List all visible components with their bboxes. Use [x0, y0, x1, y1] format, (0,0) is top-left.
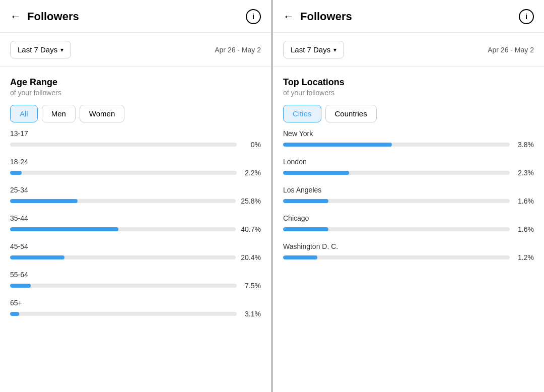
- right-header: ← Followers i: [273, 0, 544, 33]
- left-section-header: Age Range of your followers All Men Wome…: [0, 67, 271, 122]
- right-filter-row: Last 7 Days ▾ Apr 26 - May 2: [273, 33, 544, 67]
- left-bar-label: 65+: [10, 299, 261, 307]
- right-bar-fill: [283, 199, 328, 203]
- left-tab-men[interactable]: Men: [42, 105, 76, 122]
- right-bar-row: 2.3%: [283, 169, 534, 177]
- left-bar-fill: [10, 227, 118, 231]
- left-bar-track: [10, 227, 236, 231]
- left-bar-value: 2.2%: [242, 169, 261, 177]
- left-bar-row: 2.2%: [10, 169, 261, 177]
- right-back-button[interactable]: ←: [283, 10, 294, 23]
- right-bar-value: 1.6%: [515, 197, 534, 205]
- right-date-filter-button[interactable]: Last 7 Days ▾: [283, 41, 344, 58]
- right-section-subtitle: of your followers: [283, 89, 534, 97]
- left-chevron-icon: ▾: [60, 46, 63, 53]
- right-bar-value: 3.8%: [515, 141, 534, 149]
- left-bar-row: 40.7%: [10, 225, 261, 233]
- left-bar-value: 0%: [242, 141, 261, 149]
- left-bar-value: 20.4%: [241, 253, 261, 262]
- left-date-range: Apr 26 - May 2: [215, 46, 261, 54]
- left-bar-fill: [10, 284, 31, 288]
- right-bar-track: [283, 255, 510, 259]
- left-section-subtitle: of your followers: [10, 89, 261, 97]
- right-tab-countries[interactable]: Countries: [325, 105, 377, 122]
- right-bar-label: New York: [283, 129, 534, 138]
- left-bar-item: 65+ 3.1%: [10, 299, 261, 318]
- left-filter-row: Last 7 Days ▾ Apr 26 - May 2: [0, 33, 271, 67]
- right-bar-label: London: [283, 158, 534, 166]
- left-bar-item: 55-64 7.5%: [10, 271, 261, 290]
- left-date-filter-button[interactable]: Last 7 Days ▾: [10, 41, 71, 58]
- right-bar-item: New York 3.8%: [283, 129, 534, 149]
- right-date-filter-label: Last 7 Days: [291, 45, 330, 54]
- left-bar-track: [10, 143, 237, 147]
- right-bar-track: [283, 227, 510, 231]
- right-bar-row: 1.6%: [283, 197, 534, 205]
- right-section-title: Top Locations: [283, 77, 534, 88]
- left-bar-track: [10, 171, 237, 175]
- left-bar-fill: [10, 199, 78, 203]
- left-bar-row: 20.4%: [10, 253, 261, 262]
- left-bar-item: 45-54 20.4%: [10, 242, 261, 262]
- right-bar-item: Washington D. C. 1.2%: [283, 242, 534, 262]
- right-bar-row: 1.6%: [283, 225, 534, 233]
- left-page-title: Followers: [27, 10, 246, 23]
- left-bar-row: 25.8%: [10, 197, 261, 205]
- left-date-filter-label: Last 7 Days: [18, 45, 57, 54]
- right-bar-track: [283, 171, 510, 175]
- left-tab-row: All Men Women: [10, 105, 261, 122]
- left-bar-label: 45-54: [10, 242, 261, 250]
- left-bar-label: 18-24: [10, 158, 261, 166]
- right-info-icon[interactable]: i: [519, 9, 534, 24]
- left-bar-row: 3.1%: [10, 310, 261, 318]
- left-bar-track: [10, 284, 237, 288]
- right-bar-label: Los Angeles: [283, 186, 534, 194]
- left-bar-value: 40.7%: [241, 225, 261, 233]
- right-bar-item: Los Angeles 1.6%: [283, 186, 534, 205]
- right-bar-row: 3.8%: [283, 141, 534, 149]
- right-date-range: Apr 26 - May 2: [488, 46, 534, 54]
- right-bar-label: Chicago: [283, 214, 534, 222]
- right-bar-value: 1.6%: [515, 225, 534, 233]
- left-bar-item: 13-17 0%: [10, 129, 261, 149]
- right-bar-value: 1.2%: [515, 253, 534, 262]
- right-bar-track: [283, 143, 510, 147]
- right-bar-value: 2.3%: [515, 169, 534, 177]
- left-bar-track: [10, 312, 237, 316]
- right-bar-item: Chicago 1.6%: [283, 214, 534, 233]
- left-bar-track: [10, 199, 236, 203]
- left-info-icon[interactable]: i: [246, 9, 261, 24]
- left-back-button[interactable]: ←: [10, 10, 21, 23]
- left-bar-label: 35-44: [10, 214, 261, 222]
- left-bar-item: 18-24 2.2%: [10, 158, 261, 177]
- right-bar-item: London 2.3%: [283, 158, 534, 177]
- left-bar-fill: [10, 171, 22, 175]
- left-bar-label: 55-64: [10, 271, 261, 279]
- right-page-title: Followers: [300, 10, 519, 23]
- right-bar-row: 1.2%: [283, 253, 534, 262]
- right-bar-label: Washington D. C.: [283, 242, 534, 250]
- right-chevron-icon: ▾: [333, 46, 336, 53]
- right-bar-list: New York 3.8% London 2.3% Los Angeles 1.…: [273, 129, 544, 262]
- left-bar-list: 13-17 0% 18-24 2.2% 25-34 25.8% 35-44: [0, 129, 271, 318]
- right-section-header: Top Locations of your followers Cities C…: [273, 67, 544, 122]
- left-header: ← Followers i: [0, 0, 271, 33]
- left-bar-item: 35-44 40.7%: [10, 214, 261, 233]
- right-tab-cities[interactable]: Cities: [283, 105, 321, 122]
- right-bar-fill: [283, 255, 317, 259]
- left-bar-item: 25-34 25.8%: [10, 186, 261, 205]
- left-panel: ← Followers i Last 7 Days ▾ Apr 26 - May…: [0, 0, 271, 392]
- left-bar-fill: [10, 312, 19, 316]
- right-tab-row: Cities Countries: [283, 105, 534, 122]
- left-tab-all[interactable]: All: [10, 105, 38, 122]
- left-bar-label: 13-17: [10, 129, 261, 138]
- left-bar-value: 7.5%: [242, 282, 261, 290]
- right-bar-fill: [283, 143, 392, 147]
- left-tab-women[interactable]: Women: [80, 105, 124, 122]
- right-bar-fill: [283, 227, 328, 231]
- right-panel: ← Followers i Last 7 Days ▾ Apr 26 - May…: [273, 0, 544, 392]
- left-section-title: Age Range: [10, 77, 261, 88]
- left-bar-row: 7.5%: [10, 282, 261, 290]
- left-bar-label: 25-34: [10, 186, 261, 194]
- left-bar-value: 3.1%: [242, 310, 261, 318]
